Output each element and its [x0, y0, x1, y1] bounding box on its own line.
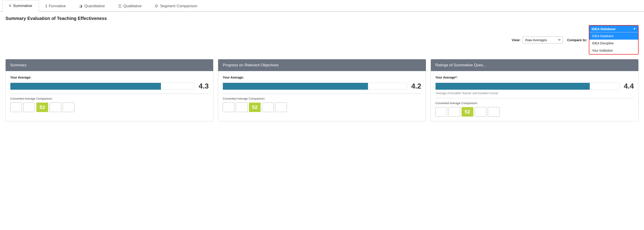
progress-bar-fill [223, 83, 368, 90]
quantitative-icon: ◑ [79, 4, 82, 9]
card-summary-title: Summary [10, 63, 27, 67]
tab-quantitative-label: Quantitative [84, 4, 105, 8]
ratings-score-4 [488, 107, 500, 117]
summary-score-4 [62, 103, 74, 112]
ratings-score-boxes: 52 [435, 107, 634, 117]
summative-icon: ≡ [9, 4, 11, 8]
compare-selected-header[interactable]: IDEA Database ▼ [589, 26, 638, 32]
card-progress-body: Your Average: 4.2 Converted Average Comp… [218, 71, 426, 117]
progress-bar-row: 4.2 [223, 82, 421, 90]
ratings-avg-note: *Average of Excellent Teacher and Excell… [435, 92, 634, 95]
card-ratings-header: Ratings of Summative Ques... [431, 59, 638, 71]
card-summary: Summary Your Average: 4.3 Converted Aver… [6, 59, 214, 121]
summary-score-boxes: 52 [10, 103, 209, 112]
tab-formative-label: Formative [49, 4, 66, 8]
progress-score-boxes: 52 [223, 103, 421, 112]
progress-score-3 [262, 103, 274, 112]
progress-avg-label: Your Average: [223, 76, 421, 79]
ratings-converted-label: Converted Average Comparison: [435, 101, 634, 105]
summary-score-2: 52 [36, 103, 48, 112]
card-summary-body: Your Average: 4.3 Converted Average Comp… [6, 71, 213, 117]
tab-qualitative[interactable]: ☰ Qualitative [112, 0, 148, 12]
view-select[interactable]: Raw Averages [522, 37, 563, 44]
view-label: View: [512, 38, 520, 42]
compare-option-idea-db[interactable]: IDEA Database [589, 32, 638, 40]
compare-dropdown-list: IDEA Database IDEA Discipline Your Insti… [589, 32, 638, 54]
summary-bar-value: 4.3 [197, 82, 209, 90]
progress-score-4 [275, 103, 287, 112]
summary-bar-container [10, 83, 194, 90]
card-ratings-title: Ratings of Summative Ques... [435, 63, 486, 67]
compare-control: Compare to: IDEA Database ▼ IDEA Databas… [567, 25, 638, 55]
compare-dropdown[interactable]: IDEA Database ▼ IDEA Database IDEA Disci… [589, 25, 638, 55]
controls-row: View: Raw Averages Compare to: IDEA Data… [0, 24, 644, 57]
progress-bar-container [223, 83, 407, 90]
tab-summative[interactable]: ≡ Summative [2, 0, 39, 12]
compare-option-institution[interactable]: Your Institution [589, 47, 638, 54]
summary-bar-row: 4.3 [10, 82, 209, 90]
segment-icon: ⚙ [154, 4, 158, 9]
card-summary-header: Summary [6, 59, 213, 71]
view-control: View: Raw Averages [512, 37, 563, 44]
summary-avg-label: Your Average: [10, 76, 209, 79]
ratings-bar-row: 4.4 [435, 82, 634, 90]
progress-score-0 [223, 103, 234, 112]
compare-option-idea-discipline[interactable]: IDEA Discipline [589, 40, 638, 47]
qualitative-icon: ☰ [118, 4, 122, 9]
summary-score-1 [23, 103, 35, 112]
card-progress-header: Progress on Relevant Objectives [218, 59, 426, 71]
progress-converted-label: Converted Average Comparison: [223, 97, 421, 100]
tab-qualitative-label: Qualitative [124, 4, 142, 8]
card-ratings: Ratings of Summative Ques... Your Averag… [430, 59, 638, 121]
ratings-bar-container [435, 83, 619, 90]
tab-quantitative[interactable]: ◑ Quantitative [72, 0, 112, 12]
progress-bar-value: 4.2 [410, 82, 421, 90]
ratings-score-3 [475, 107, 486, 117]
card-progress-title: Progress on Relevant Objectives [223, 63, 279, 67]
cards-area: Summary Your Average: 4.3 Converted Aver… [0, 57, 644, 127]
ratings-score-1 [448, 107, 460, 117]
compare-label: Compare to: [567, 38, 587, 42]
progress-score-1 [236, 103, 248, 112]
tab-segment[interactable]: ⚙ Segment Comparison [148, 0, 204, 12]
tab-summative-label: Summative [13, 4, 32, 8]
tabs-bar: ≡ Summative ℹ Formative ◑ Quantitative ☰… [0, 0, 644, 12]
summary-converted-label: Converted Average Comparison: [10, 97, 209, 100]
ratings-avg-label: Your Average*: [435, 76, 634, 79]
tab-formative[interactable]: ℹ Formative [39, 0, 72, 12]
ratings-bar-fill [436, 83, 590, 90]
ratings-divider [435, 98, 634, 98]
formative-icon: ℹ [46, 4, 47, 9]
tab-segment-label: Segment Comparison [160, 4, 197, 8]
ratings-score-0 [435, 107, 447, 117]
ratings-bar-value: 4.4 [622, 82, 634, 90]
compare-selected-value: IDEA Database [592, 27, 616, 31]
summary-bar-fill [10, 83, 161, 90]
summary-score-3 [50, 103, 61, 112]
card-progress: Progress on Relevant Objectives Your Ave… [218, 59, 426, 121]
ratings-score-2: 52 [462, 107, 473, 117]
page-title: Summary Evaluation of Teaching Effective… [0, 12, 644, 24]
summary-score-0 [10, 103, 22, 112]
card-ratings-body: Your Average*: 4.4 *Average of Excellent… [431, 71, 638, 121]
progress-score-2: 52 [249, 103, 261, 112]
chevron-down-icon: ▼ [633, 27, 636, 31]
